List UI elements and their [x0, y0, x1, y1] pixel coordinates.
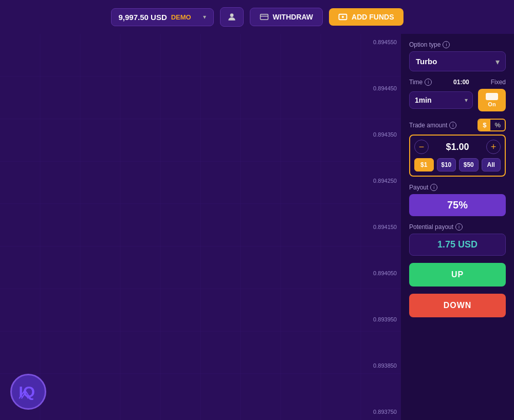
chevron-down-icon: ▾ [203, 13, 206, 21]
add-funds-button[interactable]: ADD FUNDS [329, 8, 403, 26]
logo-icon: IQ [17, 380, 40, 403]
price-label-3: 0.894350 [360, 131, 401, 138]
right-panel: Option type i Turbo Binary Time i 01:00 … [401, 34, 514, 420]
option-type-label: Option type i [409, 41, 506, 48]
price-label-6: 0.894050 [360, 270, 401, 276]
time-select-wrapper: 1min 5min 15min [409, 91, 473, 109]
option-type-section: Option type i Turbo Binary [409, 41, 506, 71]
price-label-9: 0.893750 [360, 409, 401, 415]
withdraw-label: WITHDRAW [273, 13, 314, 21]
main-layout: 0.894550 0.894450 0.894350 0.894250 0.89… [0, 34, 514, 420]
withdraw-button[interactable]: WITHDRAW [250, 8, 323, 26]
price-label-4: 0.894250 [360, 178, 401, 184]
amount-decrease-button[interactable]: − [414, 140, 429, 154]
price-label-5: 0.894150 [360, 224, 401, 230]
payout-section: Payout i 75% [409, 184, 506, 216]
amount-presets: $1 $10 $50 All [414, 158, 501, 171]
add-funds-label: ADD FUNDS [352, 13, 394, 21]
chart-canvas: 0.894550 0.894450 0.894350 0.894250 0.89… [0, 34, 401, 420]
withdraw-icon [260, 12, 269, 22]
time-info-icon[interactable]: i [425, 79, 432, 86]
trade-amount-header: Trade amount i $ % [409, 119, 506, 131]
amount-box: − $1.00 + $1 $10 $50 All [409, 135, 506, 177]
preset-all-button[interactable]: All [482, 158, 501, 171]
time-select[interactable]: 1min 5min 15min [409, 91, 473, 109]
balance-amount: 9,997.50 USD [119, 13, 167, 22]
time-label-row: Time i [409, 79, 432, 86]
topbar: 9,997.50 USD DEMO ▾ WITHDRAW ADD FUNDS [0, 0, 514, 34]
price-label-2: 0.894450 [360, 85, 401, 91]
potential-payout-section: Potential payout i 1.75 USD [409, 223, 506, 256]
option-type-info-icon[interactable]: i [443, 41, 450, 48]
option-type-select-wrapper: Turbo Binary [409, 51, 506, 71]
time-header-row: Time i 01:00 Fixed [409, 79, 506, 86]
time-toggle-row: 1min 5min 15min On [409, 89, 506, 111]
svg-rect-1 [260, 14, 268, 20]
price-labels: 0.894550 0.894450 0.894350 0.894250 0.89… [360, 34, 401, 420]
preset-1-button[interactable]: $1 [414, 158, 434, 171]
profile-icon [227, 12, 237, 22]
trade-amount-section: Trade amount i $ % − $1.00 + $1 $10 $50 [409, 119, 506, 177]
trade-amount-info-icon[interactable]: i [449, 122, 456, 129]
percent-currency-button[interactable]: % [490, 120, 505, 130]
preset-50-button[interactable]: $50 [459, 158, 479, 171]
toggle-text: On [488, 101, 495, 107]
time-section: Time i 01:00 Fixed 1min 5min 15min On [409, 79, 506, 111]
amount-input-row: − $1.00 + [414, 140, 501, 154]
logo: IQ [10, 374, 46, 410]
up-button[interactable]: UP [409, 263, 506, 287]
payout-info-icon[interactable]: i [430, 184, 437, 191]
potential-payout-value: 1.75 USD [409, 234, 506, 256]
amount-value: $1.00 [446, 142, 469, 152]
svg-point-0 [230, 13, 233, 17]
potential-payout-info-icon[interactable]: i [455, 223, 463, 231]
profile-button[interactable] [220, 7, 244, 27]
preset-10-button[interactable]: $10 [437, 158, 456, 171]
add-funds-icon [338, 12, 347, 22]
demo-badge: DEMO [171, 13, 191, 21]
price-label-8: 0.893850 [360, 362, 401, 369]
dollar-currency-button[interactable]: $ [479, 120, 490, 130]
chart-grid [0, 34, 401, 420]
time-value: 01:00 [453, 79, 469, 86]
amount-increase-button[interactable]: + [486, 140, 501, 154]
price-label-7: 0.893950 [360, 316, 401, 322]
price-label-1: 0.894550 [360, 39, 401, 45]
trade-amount-label: Trade amount i [409, 122, 456, 129]
fixed-label: Fixed [491, 79, 506, 86]
option-type-select[interactable]: Turbo Binary [409, 51, 506, 71]
potential-payout-label: Potential payout i [409, 223, 506, 231]
down-button[interactable]: DOWN [409, 294, 506, 317]
toggle-indicator [486, 93, 498, 100]
payout-value: 75% [409, 194, 506, 216]
account-selector[interactable]: 9,997.50 USD DEMO ▾ [111, 8, 214, 26]
fixed-toggle-button[interactable]: On [478, 89, 506, 111]
currency-toggle: $ % [478, 119, 506, 131]
payout-label: Payout i [409, 184, 506, 191]
chart-area: 0.894550 0.894450 0.894350 0.894250 0.89… [0, 34, 401, 420]
